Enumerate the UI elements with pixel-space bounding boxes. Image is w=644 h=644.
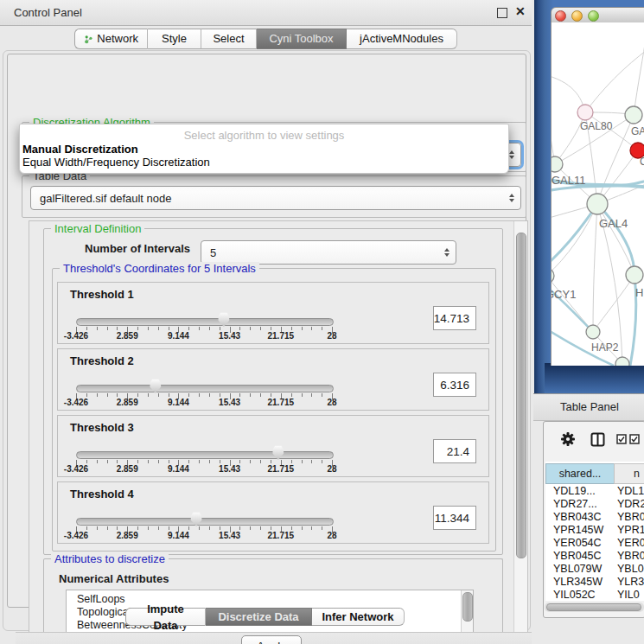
slider-tick [188, 327, 189, 330]
number-of-intervals-combobox[interactable]: 5 [201, 240, 456, 265]
network-node-green[interactable] [586, 325, 600, 339]
slider-tick [291, 327, 292, 330]
zoom-traffic-light-icon[interactable] [588, 10, 599, 22]
column-header-name[interactable]: n [614, 463, 644, 484]
tab-style[interactable]: Style [148, 29, 201, 49]
slider-tick [311, 327, 312, 330]
checkbox-checked-icon[interactable] [629, 434, 640, 444]
slider-tick [107, 327, 108, 330]
slider-tick-label: 28 [313, 464, 351, 474]
slider-track[interactable] [76, 385, 334, 392]
slider-tick-label: 15.43 [211, 464, 249, 474]
column-header-shared-name[interactable]: shared... [545, 463, 615, 484]
table-row[interactable]: YIL052CYIL0 [545, 589, 644, 599]
slider-tick [311, 393, 312, 397]
threshold-value-field[interactable]: 6.316 [433, 373, 476, 397]
tab-select[interactable]: Select [201, 29, 257, 49]
network-node-green[interactable] [625, 106, 642, 124]
slider-tick [250, 460, 251, 463]
table-row[interactable]: YPR145WYPR1 [545, 524, 644, 537]
tab-network[interactable]: Network [74, 29, 148, 49]
slider-tick [148, 393, 149, 397]
threshold-value-field[interactable]: 11.344 [433, 506, 476, 530]
table-row[interactable]: YER054CYER0 [545, 537, 644, 550]
cell-name: YBR0 [617, 550, 644, 562]
threshold-value-field[interactable]: 14.713 [433, 306, 476, 330]
slider-tick [86, 327, 87, 330]
table-row[interactable]: YBL079WYBL0 [545, 563, 644, 576]
slider-tick [271, 526, 271, 530]
slider-track[interactable] [76, 451, 334, 459]
slider-tick [137, 393, 138, 397]
threshold-label: Threshold 2 [70, 354, 134, 367]
slider-tick [209, 460, 210, 463]
tab-label: Infer Network [322, 609, 393, 625]
cell-shared-name: YLR345W [553, 576, 603, 588]
network-node-green[interactable] [626, 266, 643, 284]
network-view-canvas[interactable]: GAL80GACGAL11GAL4GCY1HHAP2 [551, 22, 644, 366]
list-scrollbar-thumb[interactable] [462, 592, 473, 622]
threshold-label: Threshold 4 [70, 488, 134, 501]
panel-scrollbar-thumb[interactable] [516, 233, 526, 558]
network-node-green[interactable] [587, 194, 608, 214]
float-window-icon[interactable] [497, 8, 507, 18]
tab-impute-data[interactable]: Impute Data [125, 608, 206, 626]
slider-tick-label: 21.715 [262, 331, 300, 341]
slider-tick [271, 393, 271, 397]
slider-tick-label: 15.43 [211, 531, 249, 540]
network-node-label: GCY1 [552, 288, 576, 301]
network-node-pink[interactable] [577, 105, 593, 120]
tab-jactivemnodules[interactable]: jActiveMNodules [347, 29, 457, 49]
tab-discretize-data[interactable]: Discretize Data [206, 608, 312, 626]
slider-tick [97, 393, 98, 397]
panel-scrollbar-track[interactable] [513, 221, 528, 633]
slider-tick-label: 28 [313, 531, 351, 540]
slider-tick [220, 460, 220, 463]
apply-button[interactable]: Apply [241, 635, 302, 644]
table-row[interactable]: YDR27...YDR2 [545, 498, 644, 511]
slider-tick [291, 393, 292, 397]
slider-tick [209, 526, 210, 530]
network-window-titlebar[interactable] [551, 7, 644, 24]
cell-shared-name: YIL052C [553, 589, 596, 599]
close-panel-icon[interactable]: ✕ [515, 4, 526, 18]
table-row[interactable]: YBR045CYBR0 [545, 550, 644, 563]
table-row[interactable]: YLR345WYLR3 [545, 576, 644, 589]
slider-tick [260, 393, 261, 397]
attribute-list-item[interactable]: SelfLoops [77, 593, 125, 606]
tab-label: Discretize Data [218, 609, 298, 625]
slider-tick [271, 460, 271, 463]
slider-tick-label: -3.426 [57, 331, 95, 341]
tab-cyni-toolbox[interactable]: Cyni Toolbox [257, 29, 347, 49]
slider-tick [169, 526, 169, 530]
control-panel-title: Control Panel [14, 6, 82, 19]
numerical-attributes-label: Numerical Attributes [59, 572, 169, 585]
slider-tick [311, 460, 312, 463]
table-row[interactable]: YDL19...YDL1 [545, 485, 644, 498]
settings-gear-icon[interactable] [560, 431, 576, 447]
threshold-value-field[interactable]: 21.4 [433, 439, 476, 463]
table-hscrollbar-thumb[interactable] [546, 603, 641, 611]
slider-tick-label: -3.426 [57, 531, 95, 540]
close-traffic-light-icon[interactable] [555, 10, 566, 22]
minimize-traffic-light-icon[interactable] [571, 10, 583, 22]
number-of-intervals-value: 5 [201, 246, 216, 259]
network-edge [593, 204, 597, 332]
slider-tick [107, 393, 108, 397]
interval-definition-legend: Interval Definition [51, 222, 144, 235]
slider-tick [148, 460, 149, 463]
network-node-label: HAP2 [591, 341, 619, 354]
tab-infer-network[interactable]: Infer Network [312, 608, 405, 626]
algorithm-option[interactable]: Equal Width/Frequency Discretization [22, 156, 505, 169]
table-data-combobox[interactable]: galFiltered.sif default node [30, 186, 521, 210]
checkbox-checked-icon[interactable] [616, 434, 627, 444]
slider-track[interactable] [76, 518, 334, 526]
slider-track[interactable] [76, 318, 334, 326]
split-columns-icon[interactable] [590, 432, 605, 447]
network-node-green[interactable] [552, 156, 563, 172]
algorithm-option[interactable]: Manual Discretization [22, 143, 505, 156]
list-scrollbar-track[interactable] [461, 590, 473, 632]
table-row[interactable]: YBR043CYBR0 [545, 511, 644, 524]
tab-label: Cyni Toolbox [269, 29, 333, 48]
network-node-green[interactable] [615, 357, 629, 366]
